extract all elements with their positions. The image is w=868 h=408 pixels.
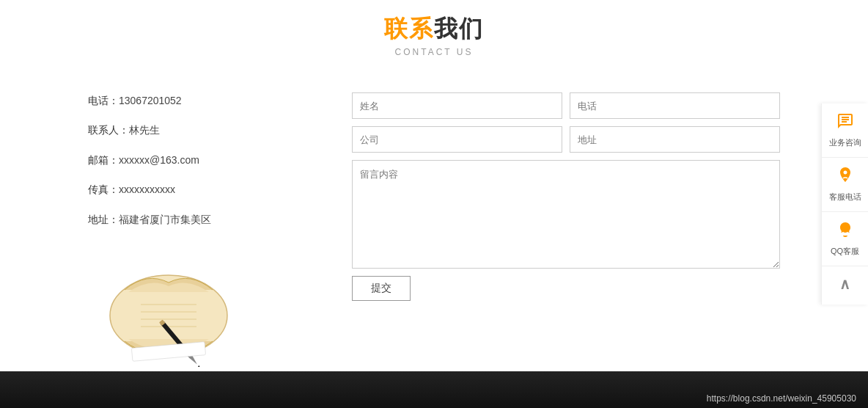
decorative-illustration [88, 249, 249, 367]
message-textarea[interactable] [352, 160, 780, 269]
form-row-company-address [352, 126, 780, 153]
address-label: 地址： [88, 214, 119, 225]
sidebar-item-qq[interactable]: QQ客服 [822, 212, 868, 266]
title-part2: 我们 [434, 15, 484, 42]
name-input[interactable] [352, 92, 562, 119]
form-row-message [352, 160, 780, 269]
company-input[interactable] [352, 126, 562, 153]
top-icon: ∧ [839, 275, 850, 293]
main-content: 电话：13067201052 联系人：林先生 邮箱：xxxxxx@163.com… [0, 63, 868, 389]
form-row-submit: 提交 [352, 276, 780, 301]
title-part1: 联系 [384, 15, 434, 42]
svg-point-10 [844, 171, 847, 174]
contact-label: 联系人： [88, 124, 129, 136]
email-value: xxxxxx@163.com [119, 154, 199, 166]
fax-label: 传真： [88, 183, 119, 195]
submit-button[interactable]: 提交 [352, 276, 411, 301]
form-row-name-phone [352, 92, 780, 119]
address-info: 地址：福建省厦门市集美区 [88, 211, 308, 227]
page-subtitle: CONTACT US [0, 47, 868, 57]
sidebar-item-consultation[interactable]: 业务咨询 [822, 103, 868, 158]
phone-input[interactable] [570, 92, 780, 119]
bottom-url: https://blog.csdn.net/weixin_45905030 [707, 393, 856, 404]
email-info: 邮箱：xxxxxx@163.com [88, 152, 308, 168]
bottom-bar: https://blog.csdn.net/weixin_45905030 [0, 371, 868, 408]
contact-form: 提交 [352, 92, 780, 367]
qq-icon [836, 221, 854, 243]
phone-value: 13067201052 [119, 95, 182, 106]
phone-label: 电话： [88, 95, 119, 106]
phone-service-label: 客服电话 [829, 192, 861, 203]
consultation-label: 业务咨询 [829, 137, 861, 148]
contact-info: 联系人：林先生 [88, 122, 308, 138]
page-header: 联系我们 CONTACT US [0, 0, 868, 63]
qq-label: QQ客服 [831, 246, 859, 257]
sidebar-item-top[interactable]: ∧ [822, 266, 868, 305]
sidebar-item-phone[interactable]: 客服电话 [822, 158, 868, 212]
phone-info: 电话：13067201052 [88, 92, 308, 109]
svg-marker-8 [198, 365, 201, 367]
info-panel: 电话：13067201052 联系人：林先生 邮箱：xxxxxx@163.com… [88, 92, 308, 367]
fax-value: xxxxxxxxxxx [119, 183, 175, 195]
address-input[interactable] [570, 126, 780, 153]
email-label: 邮箱： [88, 154, 119, 166]
right-sidebar: 业务咨询 客服电话 QQ客服 ∧ [821, 103, 868, 305]
address-value: 福建省厦门市集美区 [119, 214, 211, 225]
fax-info: 传真：xxxxxxxxxxx [88, 181, 308, 197]
phone-icon [836, 167, 854, 189]
contact-value: 林先生 [129, 124, 160, 136]
consultation-icon [836, 112, 854, 134]
